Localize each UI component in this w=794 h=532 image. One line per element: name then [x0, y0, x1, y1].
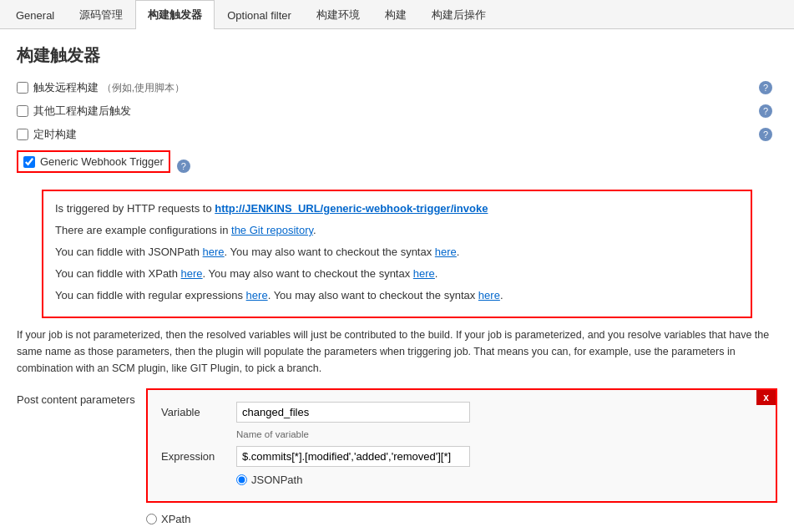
label-other-build[interactable]: 其他工程构建后触发: [33, 104, 131, 119]
jsonpath-syntax-link[interactable]: here: [435, 246, 457, 258]
info-line5: You can fiddle with regular expressions …: [55, 286, 739, 305]
post-params-label: Post content parameters: [17, 388, 146, 406]
help-icon-other[interactable]: ?: [759, 104, 772, 118]
tab-trigger[interactable]: 构建触发器: [135, 0, 215, 29]
info-line3: You can fiddle with JSONPath here. You m…: [55, 243, 739, 261]
checkbox-other-build[interactable]: [17, 105, 28, 117]
page-title: 构建触发器: [17, 44, 777, 67]
label-webhook-trigger[interactable]: Generic Webhook Trigger: [40, 155, 164, 168]
radio-xpath-row: XPath: [146, 513, 723, 525]
webhook-info-box: Is triggered by HTTP requests to http://…: [42, 190, 752, 318]
radio-jsonpath-row: JSONPath: [236, 474, 762, 486]
content-area: 构建触发器 触发远程构建 （例如,使用脚本） ? 其他工程构建后触发 ? 定时构…: [0, 29, 794, 532]
checkbox-row-cron: 定时构建 ?: [17, 127, 777, 142]
tab-general[interactable]: General: [3, 2, 67, 28]
variable-row: Variable: [161, 402, 762, 423]
help-icon-webhook[interactable]: ?: [177, 160, 190, 173]
checkbox-webhook-trigger[interactable]: [23, 156, 35, 168]
xpath-syntax-link[interactable]: here: [413, 267, 435, 280]
label-cron-build[interactable]: 定时构建: [33, 127, 77, 142]
params-inner-box: x Variable Name of variable Expression J…: [146, 388, 777, 503]
xpath-here1-link[interactable]: here: [181, 267, 203, 280]
variable-input[interactable]: [236, 402, 470, 423]
regex-here1-link[interactable]: here: [246, 289, 268, 301]
tab-post-build[interactable]: 构建后操作: [419, 0, 498, 29]
tab-source[interactable]: 源码管理: [67, 0, 135, 29]
bottom-section: XPath Expression to evaluate in POST con…: [17, 513, 777, 532]
webhook-trigger-row: Generic Webhook Trigger: [17, 150, 170, 173]
checkbox-row-remote: 触发远程构建 （例如,使用脚本） ?: [17, 80, 777, 95]
variable-label: Variable: [161, 406, 236, 418]
checkbox-row-other: 其他工程构建后触发 ?: [17, 104, 777, 119]
help-icon-cron[interactable]: ?: [759, 128, 772, 141]
checkbox-cron-build[interactable]: [17, 129, 28, 140]
remove-param-button[interactable]: x: [756, 390, 776, 405]
expression-input[interactable]: [236, 446, 470, 467]
expression-label: Expression: [161, 450, 236, 463]
variable-hint: Name of variable: [236, 429, 762, 439]
tab-build[interactable]: 构建: [372, 0, 419, 29]
radio-jsonpath[interactable]: [236, 474, 247, 485]
description-text: If your job is not parameterized, then t…: [17, 327, 777, 377]
info-line2: There are example configurations in the …: [55, 221, 739, 240]
tab-optional-filter[interactable]: Optional filter: [215, 2, 304, 28]
label-remote-build[interactable]: 触发远程构建 （例如,使用脚本）: [33, 80, 185, 95]
post-content-section: Post content parameters x Variable Name …: [17, 388, 777, 503]
label-jsonpath[interactable]: JSONPath: [251, 474, 302, 486]
tab-build-env[interactable]: 构建环境: [304, 0, 372, 29]
regex-syntax-link[interactable]: here: [478, 289, 500, 301]
info-line4: You can fiddle with XPath here. You may …: [55, 265, 739, 283]
checkbox-remote-build[interactable]: [17, 82, 28, 94]
jsonpath-here1-link[interactable]: here: [203, 246, 225, 258]
expression-row: Expression: [161, 446, 762, 467]
jenkins-url-link[interactable]: http://JENKINS_URL/generic-webhook-trigg…: [215, 202, 488, 215]
tabs-bar: General 源码管理 构建触发器 Optional filter 构建环境 …: [0, 0, 794, 29]
label-xpath[interactable]: XPath: [161, 513, 190, 525]
help-icon-remote[interactable]: ?: [759, 81, 772, 94]
info-line1: Is triggered by HTTP requests to http://…: [55, 200, 739, 218]
git-repo-link[interactable]: the Git repository: [231, 224, 313, 236]
radio-xpath[interactable]: [146, 514, 157, 524]
